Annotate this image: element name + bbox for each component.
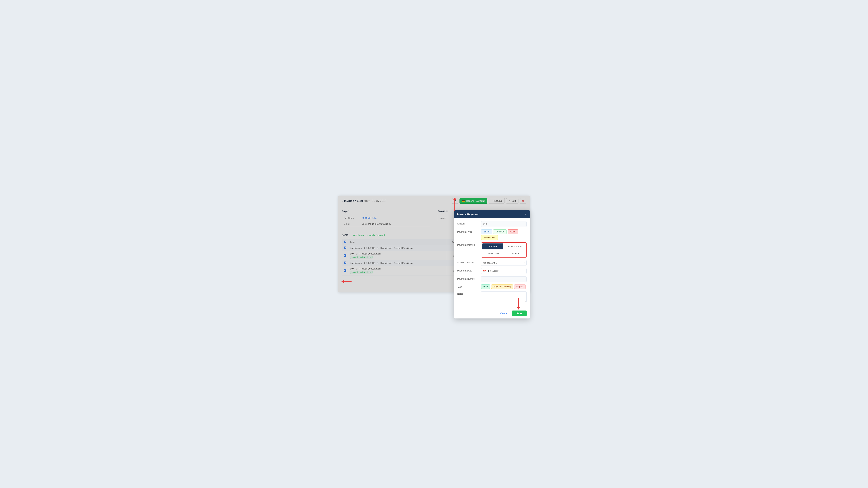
paid-tag[interactable]: Paid — [481, 285, 490, 289]
arrow-shaft — [518, 298, 519, 307]
payment-date-control: 📅 — [481, 268, 527, 274]
payment-type-label: Payment Type — [457, 229, 479, 233]
send-to-account-row: Send to Account No account... — [457, 260, 527, 266]
tags-control: Paid Payment Pending Unpaid — [481, 285, 527, 289]
payment-number-input[interactable] — [481, 276, 527, 282]
payment-method-control: ✓ Cash Bank Transfer Credit Card Deposit — [481, 242, 527, 258]
save-button[interactable]: Save — [512, 311, 527, 316]
calendar-icon: 📅 — [483, 270, 486, 272]
amount-label: Amount — [457, 221, 479, 225]
arrow-shaft — [344, 281, 351, 282]
unpaid-tag[interactable]: Unpaid — [514, 285, 526, 289]
send-to-account-control: No account... — [481, 260, 527, 266]
arrow-left-checkbox — [341, 280, 351, 283]
date-input-wrapper: 📅 — [481, 268, 527, 274]
arrow-shaft — [455, 200, 455, 211]
modal-close-button[interactable]: × — [525, 213, 527, 216]
payment-date-row: Payment Date 📅 — [457, 268, 527, 274]
arrowhead — [341, 280, 344, 283]
amount-control — [481, 221, 527, 227]
payment-date-input[interactable] — [488, 268, 525, 274]
payment-method-label: Payment Method — [457, 242, 479, 246]
payment-method-row: Payment Method ✓ Cash Bank Transfer Cred… — [457, 242, 527, 258]
cash-method-button[interactable]: ✓ Cash — [482, 243, 503, 250]
modal-footer: Cancel Save — [454, 308, 530, 319]
voucher-button[interactable]: Voucher — [493, 229, 506, 234]
cash-button[interactable]: Cash — [507, 229, 518, 234]
cancel-button[interactable]: Cancel — [498, 311, 510, 316]
notes-row: Notes — [457, 291, 527, 303]
notes-label: Notes — [457, 291, 479, 295]
arrowhead — [453, 197, 457, 200]
send-to-account-select[interactable]: No account... — [481, 260, 527, 266]
payment-date-label: Payment Date — [457, 268, 479, 272]
payment-method-grid: ✓ Cash Bank Transfer Credit Card Deposit — [481, 242, 527, 258]
bonus-offer-button[interactable]: Bonus Offer — [481, 235, 498, 240]
arrow-down-save — [517, 298, 521, 310]
modal-header: Invoice Payment × — [454, 210, 530, 218]
send-to-account-label: Send to Account — [457, 260, 479, 264]
payment-number-label: Payment Number — [457, 276, 479, 280]
credit-card-button[interactable]: Credit Card — [482, 251, 503, 257]
payment-pending-tag[interactable]: Payment Pending — [491, 285, 513, 289]
modal-body: Amount Payment Type Stripe Voucher Cash … — [454, 218, 530, 308]
tags-label: Tags — [457, 285, 479, 288]
payment-type-buttons: Stripe Voucher Cash Bonus Offer — [481, 229, 527, 240]
arrow-up-record-payment — [453, 197, 457, 211]
stripe-button[interactable]: Stripe — [481, 229, 492, 234]
deposit-button[interactable]: Deposit — [504, 251, 526, 257]
bank-transfer-button[interactable]: Bank Transfer — [504, 243, 526, 250]
payment-number-row: Payment Number — [457, 276, 527, 282]
payment-type-row: Payment Type Stripe Voucher Cash Bonus O… — [457, 229, 527, 240]
tags-row-form: Tags Paid Payment Pending Unpaid — [457, 285, 527, 289]
amount-input[interactable] — [481, 221, 527, 227]
amount-row: Amount — [457, 221, 527, 227]
arrowhead — [517, 307, 521, 310]
payment-number-control — [481, 276, 527, 282]
modal-title: Invoice Payment — [457, 213, 478, 216]
